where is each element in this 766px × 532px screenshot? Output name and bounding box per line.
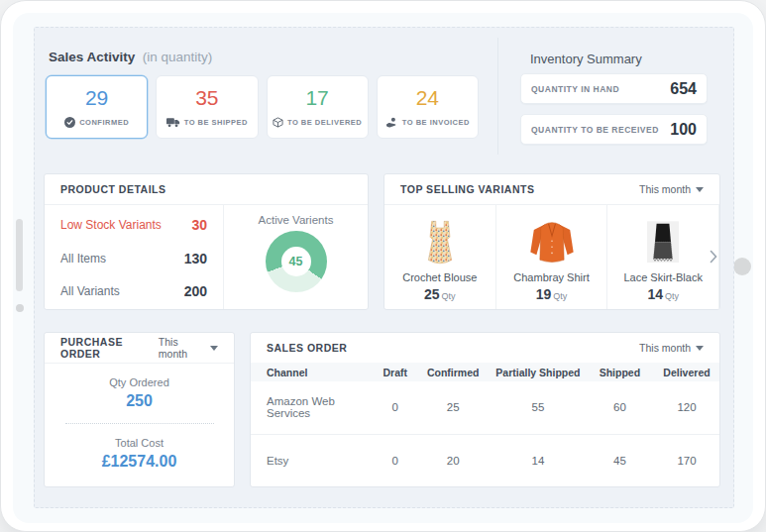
quantity-to-be-received-row: QUANTITY TO BE RECEIVED 100 — [520, 114, 708, 145]
hand-coin-icon — [385, 117, 398, 128]
all-variants-label: All Variants — [60, 284, 120, 298]
column-channel: Channel — [251, 367, 375, 378]
card-to-be-invoiced[interactable]: 24 TO BE INVOICED — [377, 75, 479, 139]
sales-activity-subtitle-text: (in quantity) — [143, 50, 213, 64]
crochet-blouse-image — [415, 215, 465, 268]
active-variants-value: 45 — [289, 255, 303, 268]
inventory-summary-rows: QUANTITY IN HAND 654 QUANTITY TO BE RECE… — [520, 73, 708, 155]
card-confirmed[interactable]: 29 CONFIRMED — [46, 75, 148, 139]
etsy-draft: 0 — [375, 455, 415, 467]
all-items-label: All Items — [60, 252, 106, 266]
sales-order-period-value: This month — [639, 342, 691, 354]
total-cost-value: £12574.00 — [102, 453, 177, 471]
crochet-blouse-qty: 25 — [424, 286, 440, 302]
table-row-etsy[interactable]: Etsy 0 20 14 45 170 — [251, 434, 719, 487]
channel-name: Etsy — [251, 455, 375, 467]
chevron-down-icon — [696, 346, 704, 351]
aws-delivered: 120 — [654, 401, 719, 413]
etsy-shipped: 45 — [586, 455, 654, 467]
product-details-title: PRODUCT DETAILS — [60, 183, 165, 195]
inventory-summary-title: Inventory Summary — [530, 52, 642, 66]
active-variants-donut: 45 — [266, 231, 327, 292]
aws-draft: 0 — [375, 401, 415, 413]
qty-ordered-value: 250 — [126, 392, 153, 410]
chambray-shirt-qty: 19 — [536, 286, 552, 302]
lace-skirt-name: Lace Skirt-Black — [623, 271, 702, 283]
product-details-panel: PRODUCT DETAILS Low Stock Variants 30 Al… — [44, 173, 369, 310]
to-be-shipped-count: 35 — [195, 87, 218, 109]
purchase-order-period-dropdown[interactable]: This month — [159, 336, 218, 360]
to-be-delivered-count: 17 — [305, 87, 328, 109]
tablet-frame: Sales Activity (in quantity) 29 CONFIRME… — [0, 0, 766, 532]
top-section-divider — [497, 38, 498, 155]
low-stock-variants-value: 30 — [191, 217, 207, 233]
all-variants-value: 200 — [184, 283, 207, 299]
card-to-be-delivered[interactable]: 17 TO BE DELIVERED — [267, 75, 369, 139]
aws-confirmed: 25 — [415, 401, 491, 413]
etsy-partially-shipped: 14 — [491, 455, 586, 467]
top-selling-period-value: This month — [639, 183, 691, 195]
etsy-confirmed: 20 — [415, 455, 491, 467]
check-circle-icon — [64, 117, 75, 128]
purchase-order-panel: PURCHASE ORDER This month Qty Ordered 25… — [44, 332, 235, 487]
top-selling-item-chambray-shirt[interactable]: Chambray Shirt 19Qty — [496, 205, 608, 309]
purchase-order-title: PURCHASE ORDER — [60, 336, 159, 360]
dashboard-content: Sales Activity (in quantity) 29 CONFIRME… — [34, 27, 734, 508]
column-draft: Draft — [375, 367, 415, 378]
chevron-down-icon — [210, 346, 218, 351]
dashboard-screen: Sales Activity (in quantity) 29 CONFIRME… — [13, 13, 753, 523]
low-stock-variants-label: Low Stock Variants — [60, 218, 162, 232]
top-selling-variants-title: TOP SELLING VARIANTS — [400, 183, 534, 195]
product-details-list: Low Stock Variants 30 All Items 130 All … — [45, 205, 224, 309]
quantity-to-be-received-label: QUANTITY TO BE RECEIVED — [531, 125, 659, 135]
quantity-in-hand-label: QUANTITY IN HAND — [531, 84, 619, 94]
top-selling-item-lace-skirt[interactable]: Lace Skirt-Black 14Qty — [607, 205, 719, 309]
to-be-invoiced-count: 24 — [416, 87, 439, 109]
aws-shipped: 60 — [586, 401, 654, 413]
sales-order-table-header: Channel Draft Confirmed Partially Shippe… — [251, 363, 719, 381]
to-be-invoiced-label: TO BE INVOICED — [402, 118, 470, 127]
channel-name: Amazon Web Services — [251, 395, 375, 419]
column-delivered: Delivered — [654, 367, 719, 378]
sales-activity-cards: 29 CONFIRMED 35 TO BE SHIPPED — [46, 75, 479, 139]
sales-activity-title-text: Sales Activity — [49, 50, 135, 64]
total-cost-label: Total Cost — [115, 437, 164, 449]
to-be-shipped-label: TO BE SHIPPED — [184, 118, 248, 127]
left-scroll-dot — [16, 304, 24, 312]
top-selling-period-dropdown[interactable]: This month — [639, 183, 704, 195]
table-row-amazon-web-services[interactable]: Amazon Web Services 0 25 55 60 120 — [251, 381, 719, 434]
package-icon — [273, 117, 283, 128]
column-shipped: Shipped — [586, 367, 654, 378]
quantity-in-hand-row: QUANTITY IN HAND 654 — [520, 73, 708, 104]
left-scrollbar[interactable] — [16, 219, 23, 291]
top-selling-variants-panel: TOP SELLING VARIANTS This month — [383, 173, 720, 310]
all-variants-row[interactable]: All Variants 200 — [60, 283, 207, 299]
all-items-row[interactable]: All Items 130 — [60, 251, 207, 266]
purchase-order-divider — [65, 423, 214, 424]
quantity-in-hand-value: 654 — [670, 80, 697, 98]
chevron-down-icon — [696, 187, 704, 192]
etsy-delivered: 170 — [654, 455, 719, 467]
lace-skirt-image — [639, 215, 687, 268]
crochet-blouse-name: Crochet Blouse — [402, 271, 477, 283]
aws-partially-shipped: 55 — [491, 401, 586, 413]
carousel-next-icon[interactable] — [710, 250, 717, 264]
low-stock-variants-row[interactable]: Low Stock Variants 30 — [60, 217, 207, 233]
confirmed-label: CONFIRMED — [79, 118, 129, 127]
to-be-delivered-label: TO BE DELIVERED — [287, 118, 362, 127]
qty-ordered-label: Qty Ordered — [109, 376, 169, 388]
card-to-be-shipped[interactable]: 35 TO BE SHIPPED — [156, 75, 258, 139]
confirmed-count: 29 — [85, 87, 108, 109]
chambray-shirt-image — [526, 215, 578, 268]
crochet-blouse-unit: Qty — [442, 291, 456, 301]
chambray-shirt-unit: Qty — [553, 291, 567, 301]
sales-order-period-dropdown[interactable]: This month — [639, 342, 704, 354]
lace-skirt-unit: Qty — [665, 291, 679, 301]
sales-activity-title: Sales Activity (in quantity) — [49, 50, 212, 64]
lace-skirt-qty: 14 — [647, 286, 663, 302]
home-button[interactable] — [733, 258, 751, 275]
purchase-order-period-value: This month — [159, 336, 205, 360]
top-selling-item-crochet-blouse[interactable]: Crochet Blouse 25Qty — [384, 205, 496, 309]
sales-order-panel: SALES ORDER This month Channel Draft Con… — [250, 332, 720, 487]
quantity-to-be-received-value: 100 — [670, 121, 697, 139]
